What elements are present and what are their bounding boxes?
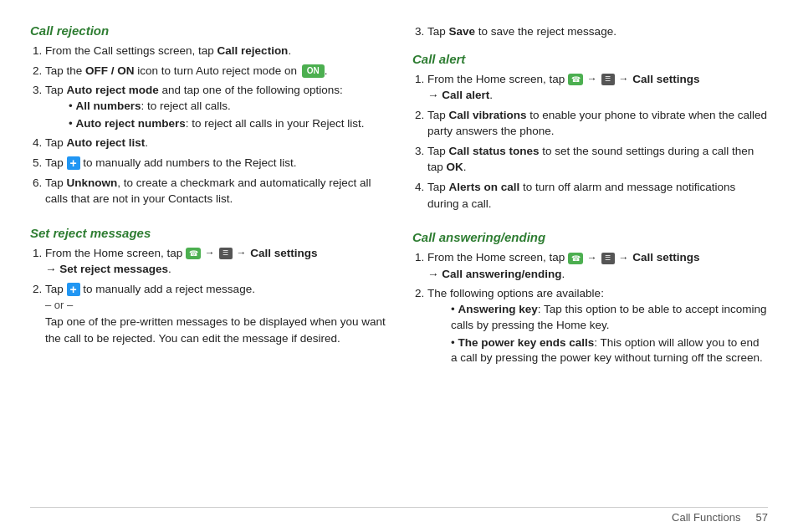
menu-icon: ☰	[219, 248, 233, 259]
on-badge: ON	[302, 64, 325, 79]
arrow-icon: →	[618, 72, 628, 86]
menu-icon: ☰	[601, 74, 615, 85]
list-item: Auto reject numbers: to reject all calls…	[69, 116, 386, 132]
bullet-list: Answering key: Tap this option to be abl…	[451, 302, 768, 367]
list-item: Tap the OFF / ON icon to turn Auto rejec…	[45, 63, 386, 79]
footer-page: 57	[756, 511, 768, 524]
or-line: – or –	[45, 299, 73, 311]
list-item: From the Home screen, tap ☎ → ☰ → Call s…	[45, 245, 386, 278]
list-item: Tap Auto reject list.	[45, 135, 386, 151]
section-call-rejection: Call rejection From the Call settings sc…	[30, 23, 386, 214]
section-call-alert: Call alert From the Home screen, tap ☎ →…	[412, 52, 768, 219]
list-item: All numbers: to reject all calls.	[69, 99, 386, 115]
footer-label: Call Functions	[672, 511, 740, 524]
list-item: Tap Call vibrations to enable your phone…	[427, 107, 768, 140]
list-item: Tap Auto reject mode and tap one of the …	[45, 82, 386, 131]
set-reject-messages-title: Set reject messages	[30, 226, 386, 240]
list-item: Answering key: Tap this option to be abl…	[451, 302, 768, 334]
list-item: Tap + to manually add numbers to the Rej…	[45, 155, 386, 171]
right-column: Tap Save to save the reject message. Cal…	[412, 23, 768, 490]
list-item: Tap Unknown, to create a checkmark and a…	[45, 175, 386, 207]
page-content: Call rejection From the Call settings sc…	[0, 0, 798, 507]
list-item: From the Call settings screen, tap Call …	[45, 43, 386, 59]
call-rejection-list: From the Call settings screen, tap Call …	[45, 43, 386, 207]
section-call-answering: Call answering/ending From the Home scre…	[412, 230, 768, 373]
left-column: Call rejection From the Call settings sc…	[30, 23, 386, 490]
plus-icon: +	[67, 283, 80, 296]
call-answering-title: Call answering/ending	[412, 230, 768, 244]
phone-icon: ☎	[568, 74, 583, 85]
footer: Call Functions 57	[0, 508, 798, 532]
list-item: Tap + to manually add a reject message. …	[45, 281, 386, 347]
arrow-icon: →	[587, 72, 597, 86]
extra-text: Tap one of the pre-written messages to b…	[45, 315, 386, 345]
phone-icon: ☎	[186, 248, 201, 259]
list-item: Tap Alerts on call to turn off alarm and…	[427, 179, 768, 212]
arrow-icon: →	[205, 246, 215, 260]
continuation-list: Tap Save to save the reject message.	[427, 23, 768, 43]
call-alert-list: From the Home screen, tap ☎ → ☰ → Call s…	[427, 71, 768, 212]
list-item: The power key ends calls: This option wi…	[451, 335, 768, 367]
list-item: From the Home screen, tap ☎ → ☰ → Call s…	[427, 249, 768, 282]
list-item: The following options are available: Ans…	[427, 285, 768, 366]
list-item: Tap Call status tones to set the sound s…	[427, 143, 768, 176]
call-rejection-title: Call rejection	[30, 23, 386, 38]
arrow-icon: →	[587, 251, 597, 265]
list-item: From the Home screen, tap ☎ → ☰ → Call s…	[427, 71, 768, 104]
section-set-reject-messages: Set reject messages From the Home screen…	[30, 226, 386, 354]
arrow-icon: →	[236, 246, 246, 260]
arrow-icon: →	[618, 251, 628, 265]
call-alert-title: Call alert	[412, 52, 768, 66]
set-reject-list: From the Home screen, tap ☎ → ☰ → Call s…	[45, 245, 386, 347]
menu-icon: ☰	[601, 253, 615, 264]
call-answering-list: From the Home screen, tap ☎ → ☰ → Call s…	[427, 249, 768, 366]
plus-icon: +	[67, 156, 80, 170]
list-item: Tap Save to save the reject message.	[427, 23, 768, 40]
phone-icon: ☎	[568, 253, 583, 264]
bullet-list: All numbers: to reject all calls. Auto r…	[69, 99, 386, 132]
